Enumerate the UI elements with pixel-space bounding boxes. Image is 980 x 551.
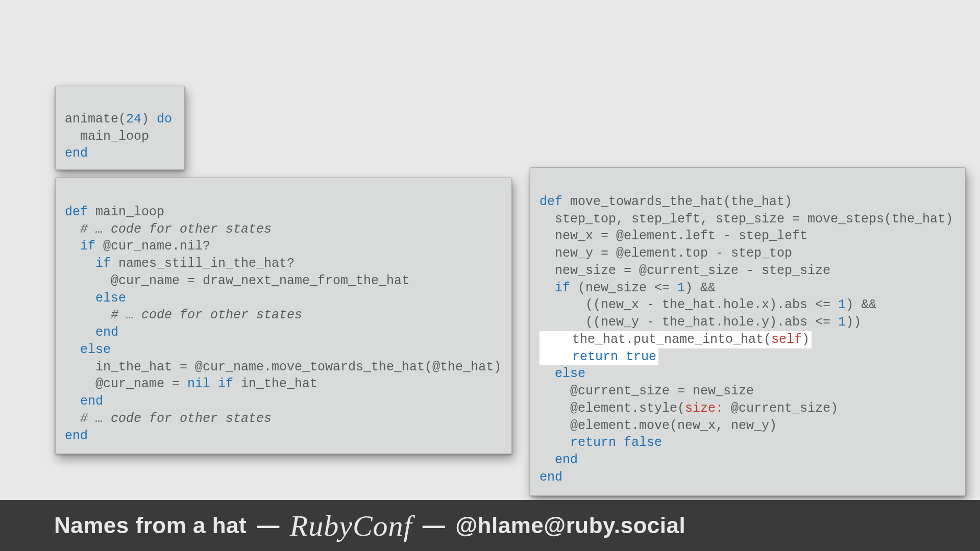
- code-line: @element.move(new_x, new_y): [540, 418, 777, 433]
- code-line: end: [65, 394, 103, 409]
- footer-title: Names from a hat: [54, 513, 247, 538]
- code-line: ((new_y - the_hat.hole.y).abs <= 1)): [540, 315, 861, 330]
- code-line: new_size = @current_size - step_size: [540, 263, 830, 278]
- footer-handle: @hlame@ruby.social: [455, 513, 685, 538]
- code-line: end: [65, 429, 88, 443]
- slide-footer: Names from a hat — RubyConf — @hlame@rub…: [0, 500, 980, 551]
- code-line: ((new_x - the_hat.hole.x).abs <= 1) &&: [540, 297, 876, 312]
- code-line: end: [65, 146, 88, 161]
- code-line: end: [540, 453, 578, 467]
- code-line: if @cur_name.nil?: [65, 239, 210, 254]
- code-snippet-main-loop: def main_loop # … code for other states …: [55, 178, 512, 454]
- code-line-highlighted: return true: [540, 349, 658, 364]
- code-line: @cur_name = draw_next_name_from_the_hat: [65, 273, 409, 288]
- code-line: else: [65, 291, 126, 306]
- code-line: def main_loop: [65, 205, 164, 219]
- code-line: @cur_name = nil if in_the_hat: [65, 377, 317, 391]
- code-comment: # … code for other states: [65, 411, 272, 426]
- code-line: animate(24) do: [65, 112, 172, 127]
- code-line: else: [540, 366, 585, 381]
- code-line: @element.style(size: @current_size): [540, 401, 838, 416]
- code-snippet-animate: animate(24) do main_loop end: [55, 86, 185, 170]
- footer-separator: —: [257, 513, 280, 538]
- code-line: in_the_hat = @cur_name.move_towards_the_…: [65, 360, 501, 374]
- code-line: if (new_size <= 1) &&: [540, 281, 716, 295]
- code-line-highlighted: the_hat.put_name_into_hat(self): [540, 332, 812, 347]
- code-line: else: [65, 342, 111, 357]
- code-line: if names_still_in_the_hat?: [65, 256, 295, 271]
- code-line: new_x = @element.left - step_left: [540, 229, 807, 243]
- code-line: end: [65, 325, 118, 340]
- code-line: end: [540, 470, 562, 485]
- code-line: main_loop: [65, 129, 149, 144]
- code-line: step_top, step_left, step_size = move_st…: [540, 212, 953, 227]
- code-snippet-move-towards: def move_towards_the_hat(the_hat) step_t…: [530, 167, 966, 496]
- code-comment: # … code for other states: [65, 308, 302, 322]
- code-comment: # … code for other states: [65, 222, 272, 237]
- code-line: return false: [540, 435, 662, 450]
- code-line: def move_towards_the_hat(the_hat): [540, 194, 792, 209]
- code-line: new_y = @element.top - step_top: [540, 246, 792, 261]
- code-line: @current_size = new_size: [540, 384, 754, 398]
- rubyconf-logo: RubyConf: [290, 509, 412, 543]
- footer-separator: —: [423, 513, 446, 538]
